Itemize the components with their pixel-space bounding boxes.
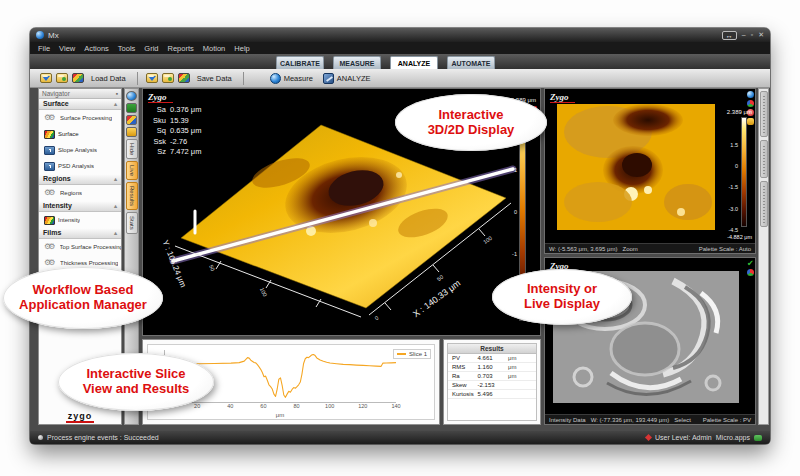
menu-view[interactable]: View — [59, 44, 75, 53]
gears-icon: ⚙⚙ — [44, 243, 57, 251]
app-mode[interactable]: Micro.apps — [716, 434, 750, 441]
palette-icon[interactable] — [747, 269, 754, 276]
x-tick-label: 100 — [325, 403, 334, 409]
menu-motion[interactable]: Motion — [203, 44, 226, 53]
zygo-logo: zygo — [39, 411, 121, 421]
menu-file[interactable]: File — [38, 44, 50, 53]
slice-x-axis: 20406080100120140 — [164, 403, 396, 410]
collapse-icon[interactable]: ▴ — [114, 175, 117, 183]
recent-data-folder-icon[interactable] — [56, 73, 68, 83]
tab-calibrate[interactable]: CALIBRATE — [276, 56, 324, 69]
save-folder-icon[interactable] — [146, 73, 158, 83]
tab-automate[interactable]: AUTOMATE — [447, 56, 495, 69]
nav-item-regions[interactable]: ⚙⚙ Regions — [39, 185, 121, 201]
nav-item-slope-analysis[interactable]: Slope Analysis — [39, 142, 121, 158]
save-data-button[interactable]: Save Data — [194, 73, 235, 84]
live-view-icon[interactable] — [126, 91, 137, 101]
minimize-button[interactable]: – — [742, 31, 746, 39]
dock-tab-stats[interactable]: Stats — [126, 212, 138, 234]
result-row-skew[interactable]: Skew -2.153 — [448, 381, 536, 390]
nav-item-top-surface-processing[interactable]: ⚙⚙ Top Surface Processing — [39, 239, 121, 255]
grid-view-icon[interactable] — [126, 103, 137, 113]
alignment-tool-icon[interactable] — [252, 73, 263, 83]
open-data-folder-icon[interactable] — [40, 73, 52, 83]
zoom-2d-image[interactable] — [553, 102, 719, 232]
dock-tab-live[interactable]: Live — [126, 161, 138, 180]
right-dock-tab-3[interactable] — [760, 181, 768, 227]
zoom-colorbar[interactable] — [741, 117, 747, 227]
menu-help[interactable]: Help — [234, 44, 249, 53]
user-level[interactable]: User Level: Admin — [655, 434, 712, 441]
dock-tab-hide[interactable]: Hide — [126, 139, 138, 159]
palette-scale[interactable]: Palette Scale : Auto — [699, 246, 751, 252]
navigator-header[interactable]: Navigator ▪ — [39, 89, 121, 99]
gold-view-icon[interactable] — [126, 127, 137, 137]
result-row-pv[interactable]: PV 4.661 μm — [448, 354, 536, 363]
analyze-button[interactable]: ANALYZE — [320, 72, 374, 85]
x-tick-label: 40 — [227, 403, 233, 409]
navigator-title: Navigator — [42, 90, 70, 97]
gears-icon: ⚙⚙ — [44, 189, 57, 197]
collapse-icon[interactable]: ▴ — [114, 229, 117, 237]
analyze-wrench-icon — [323, 73, 334, 84]
surface-data-icon[interactable] — [72, 73, 84, 83]
collapse-icon[interactable]: ▴ — [114, 202, 117, 210]
maximize-button[interactable]: ▫ — [751, 31, 753, 39]
surface-map-icon — [44, 130, 55, 139]
nav-item-surface[interactable]: Surface — [39, 126, 121, 142]
section-surface[interactable]: Surface ▴ — [39, 99, 121, 110]
nav-item-intensity[interactable]: Intensity — [39, 212, 121, 228]
x-tick-label: 80 — [294, 403, 300, 409]
view-mini-toolbar — [747, 91, 754, 125]
results-frame: Results PV 4.661 μm RMS 1.160 μm Ra 0.70… — [447, 343, 537, 421]
save-surface-data-icon[interactable] — [178, 73, 190, 83]
section-intensity[interactable]: Intensity ▴ — [39, 201, 121, 212]
nav-item-surface-processing[interactable]: ⚙⚙ Surface Processing — [39, 110, 121, 126]
intensity-map-icon — [44, 216, 55, 225]
colorbar-tick: -4.5 — [726, 227, 738, 233]
colorbar-tick: 0 — [505, 209, 517, 215]
resize-toggle-button[interactable]: ↔ — [722, 31, 737, 40]
callout-3d-2d-display: Interactive 3D/2D Display — [395, 94, 547, 151]
x-tick-label: 140 — [391, 403, 400, 409]
map-view-icon[interactable] — [126, 115, 137, 125]
menu-grid[interactable]: Grid — [144, 44, 158, 53]
result-row-ra[interactable]: Ra 0.703 μm — [448, 372, 536, 381]
palette-icon[interactable] — [747, 100, 754, 107]
gears-icon: ⚙⚙ — [44, 114, 57, 122]
palette-scale[interactable]: Palette Scale : PV — [703, 417, 751, 423]
x-tick-label: 20 — [194, 403, 200, 409]
zoom-mode[interactable]: Zoom — [623, 246, 638, 252]
dock-tab-results[interactable]: Results — [126, 182, 138, 210]
check-icon[interactable]: ✔ — [747, 260, 754, 267]
save-as-folder-icon[interactable] — [162, 73, 174, 83]
slice-legend[interactable]: Slice 1 — [393, 349, 431, 359]
tab-measure[interactable]: MEASURE — [333, 56, 381, 69]
result-row-kurtosis[interactable]: Kurtosis 5.496 — [448, 390, 536, 399]
right-dock-tab-2[interactable] — [760, 140, 768, 178]
menu-tools[interactable]: Tools — [118, 44, 136, 53]
results-title: Results — [448, 344, 536, 354]
navigator-pin-icon[interactable]: ▪ — [116, 90, 118, 97]
result-row-rms[interactable]: RMS 1.160 μm — [448, 363, 536, 372]
zoom-2d-view[interactable]: Zygo — [544, 88, 756, 254]
load-data-button[interactable]: Load Data — [88, 73, 129, 84]
snapshot-icon[interactable] — [747, 118, 754, 125]
title-bar[interactable]: Mx ↔ – ▫ ✕ — [30, 28, 770, 42]
nav-item-psd-analysis[interactable]: PSD Analysis — [39, 158, 121, 174]
tab-analyze[interactable]: ANALYZE — [390, 56, 438, 69]
section-films[interactable]: Films ▴ — [39, 228, 121, 239]
colorbar-tick: -1.5 — [726, 184, 738, 190]
callout-intensity-live: Intensity or Live Display — [492, 269, 632, 325]
alert-icon[interactable] — [645, 434, 652, 441]
menu-reports[interactable]: Reports — [168, 44, 194, 53]
close-button[interactable]: ✕ — [758, 31, 764, 39]
menu-actions[interactable]: Actions — [84, 44, 109, 53]
right-dock-tab-1[interactable] — [760, 91, 768, 137]
collapse-icon[interactable]: ▴ — [114, 100, 117, 108]
results-panel: Results PV 4.661 μm RMS 1.160 μm Ra 0.70… — [443, 339, 541, 425]
measure-button[interactable]: Measure — [267, 72, 316, 85]
intensity-mode[interactable]: Select — [674, 417, 691, 423]
section-regions[interactable]: Regions ▴ — [39, 174, 121, 185]
live-icon[interactable] — [747, 91, 754, 98]
